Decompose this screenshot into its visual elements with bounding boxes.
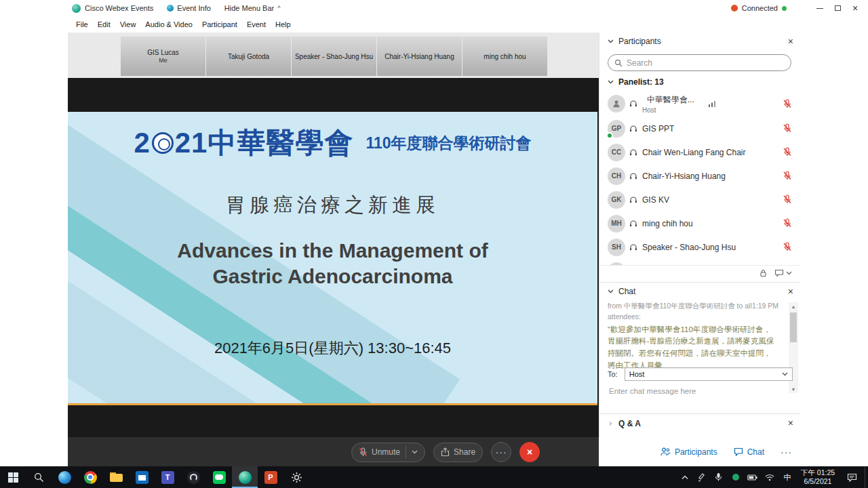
tray-hidden-icons-button[interactable] (676, 466, 693, 488)
search-icon (34, 472, 44, 483)
taskbar-settings-app[interactable] (283, 466, 309, 488)
close-qa-icon[interactable]: × (788, 414, 793, 432)
chevron-right-icon[interactable] (608, 422, 614, 426)
chat-bubble-icon (774, 269, 784, 277)
minimize-button[interactable] (811, 0, 829, 16)
taskbar-outlook-app[interactable] (129, 466, 155, 488)
more-panels-button[interactable]: ··· (781, 447, 792, 458)
panelist-group-header[interactable]: Panelist: 13 (608, 77, 664, 87)
taskbar-chrome-app[interactable] (77, 466, 103, 488)
slide-subtitle-zh: 胃腺癌治療之新進展 (68, 192, 597, 219)
taskbar-search-button[interactable] (26, 466, 52, 488)
video-thumbnail[interactable]: Takuji Gotoda (206, 37, 291, 76)
maximize-button[interactable] (829, 0, 846, 16)
participant-search[interactable] (608, 54, 791, 71)
recipient-select[interactable]: Host (625, 367, 793, 381)
action-center-button[interactable] (839, 466, 865, 488)
chat-options-button[interactable] (774, 269, 792, 277)
start-button[interactable] (0, 466, 26, 488)
share-button[interactable]: Share (433, 443, 483, 462)
taskbar-teams-app[interactable]: T (155, 466, 180, 488)
hide-menu-bar-button[interactable]: Hide Menu Bar ^ (224, 4, 281, 12)
event-info-button[interactable]: Event Info (167, 4, 211, 12)
participant-row[interactable]: MH ming chih hou (599, 211, 800, 235)
chat-icon (734, 447, 743, 456)
tray-battery-button[interactable] (744, 466, 761, 488)
avatar: CC (608, 144, 625, 161)
taskbar-obs-app[interactable] (180, 466, 206, 488)
participant-row[interactable]: GK GIS KV (599, 188, 800, 211)
chevron-down-icon[interactable] (412, 450, 418, 454)
participants-toggle-button[interactable]: Participants (660, 447, 717, 457)
participant-row[interactable]: CC Chair Wen-Liang Fang Chair (599, 140, 800, 164)
mic-muted-icon[interactable] (783, 123, 792, 134)
taskbar-explorer-app[interactable] (103, 466, 129, 488)
taskbar-clock[interactable]: 下午 01:25 6/5/2021 (797, 468, 839, 486)
participants-icon (660, 447, 671, 456)
mic-muted-icon[interactable] (783, 218, 792, 228)
scroll-down-icon[interactable]: ▼ (791, 385, 796, 393)
lock-icon[interactable] (759, 268, 768, 277)
chat-message-text: "歡迎參加中華醫學會110年度聯合學術研討會，胃腸肝膽科-胃腺癌治療之新進展，請… (608, 324, 778, 372)
qa-panel-header: Q & A × (599, 413, 800, 432)
participant-row-partial[interactable] (599, 259, 800, 265)
participant-name: GIS KV (642, 195, 669, 205)
close-button[interactable]: × (846, 0, 864, 16)
scroll-up-icon[interactable]: ▲ (791, 302, 796, 310)
close-chat-icon[interactable]: × (788, 283, 793, 300)
app-title: Cisco Webex Events (85, 4, 153, 12)
video-thumbnail[interactable]: ming chih hou (462, 37, 547, 76)
mic-muted-icon[interactable] (783, 171, 792, 181)
headset-icon (629, 148, 637, 157)
mic-muted-icon[interactable] (783, 195, 792, 205)
menu-event[interactable]: Event (242, 16, 271, 33)
participant-name: Chair Wen-Liang Fang Chair (642, 148, 746, 157)
unmute-button[interactable]: Unmute (351, 443, 425, 462)
chat-message-input[interactable] (609, 387, 785, 395)
more-options-button[interactable]: ··· (491, 442, 511, 462)
taskbar-powerpoint-app[interactable]: P (258, 466, 283, 488)
scrollbar-thumb[interactable] (790, 312, 797, 342)
system-tray: 中 下午 01:25 6/5/2021 (676, 466, 868, 488)
chevron-down-icon[interactable] (608, 39, 614, 43)
mic-muted-icon[interactable] (783, 147, 792, 157)
language-indicator[interactable]: 中 (778, 466, 797, 488)
taskbar-line-app[interactable] (206, 466, 232, 488)
participant-row[interactable]: SH Speaker - Shao-Jung Hsu (599, 235, 800, 259)
powerpoint-icon: P (264, 471, 277, 484)
maximize-icon (835, 5, 841, 11)
close-participants-icon[interactable]: × (788, 33, 793, 50)
participant-row[interactable]: GP GIS PPT (599, 117, 800, 140)
menu-audio-video[interactable]: Audio & Video (140, 16, 197, 33)
show-desktop-button[interactable] (865, 466, 868, 488)
chevron-up-icon (682, 475, 688, 480)
taskbar-webex-app-active[interactable] (232, 466, 258, 488)
tray-network-button[interactable] (761, 466, 778, 488)
meeting-controls-bar: Unmute Share ··· × (68, 437, 599, 466)
menu-edit[interactable]: Edit (93, 16, 115, 33)
participant-row-host[interactable]: 中華醫學會... Host (599, 91, 800, 117)
tray-webex-button[interactable] (727, 466, 744, 488)
leave-meeting-button[interactable]: × (519, 442, 540, 462)
video-thumbnail-self[interactable]: GIS Lucas Me (121, 37, 205, 76)
tray-mic-button[interactable] (710, 466, 727, 488)
chat-toggle-button[interactable]: Chat (734, 447, 764, 457)
menu-file[interactable]: File (71, 16, 93, 33)
menu-help[interactable]: Help (271, 16, 296, 33)
webex-logo-icon (72, 4, 81, 13)
menu-participant[interactable]: Participant (197, 16, 242, 33)
participant-row[interactable]: CH Chair-Yi-Hsiang Huang (599, 164, 800, 188)
mic-muted-icon[interactable] (783, 242, 792, 252)
window-titlebar: Cisco Webex Events Event Info Hide Menu … (0, 0, 868, 16)
search-input[interactable] (627, 58, 776, 68)
line-icon (213, 471, 226, 484)
taskbar-edge-app[interactable] (52, 466, 77, 488)
video-thumbnail[interactable]: Chair-Yi-Hsiang Huang (377, 37, 462, 76)
menu-view[interactable]: View (115, 16, 141, 33)
tray-pen-button[interactable] (693, 466, 710, 488)
participant-role: Host (642, 106, 694, 114)
mic-muted-icon[interactable] (783, 99, 792, 109)
chevron-down-icon[interactable] (608, 289, 614, 293)
windows-taskbar: T P (0, 466, 868, 488)
video-thumbnail[interactable]: Speaker - Shao-Jung Hsu (292, 37, 376, 76)
